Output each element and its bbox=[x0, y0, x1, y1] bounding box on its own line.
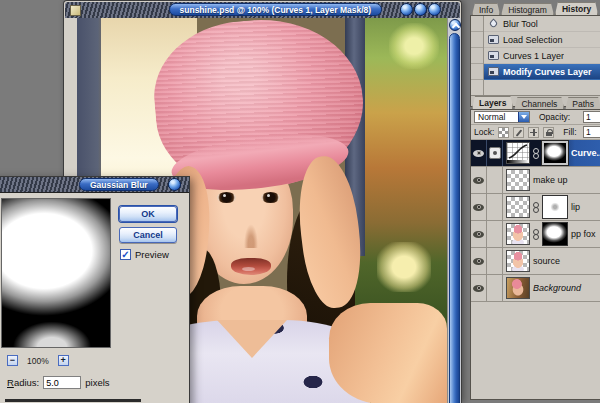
layer-thumbnail[interactable] bbox=[506, 223, 530, 245]
history-brush-source-cell[interactable] bbox=[471, 32, 483, 48]
link-icon bbox=[533, 229, 539, 240]
history-item[interactable]: Curves 1 Layer bbox=[484, 48, 600, 64]
background-thumbnail[interactable] bbox=[506, 277, 530, 299]
layer-thumbnail[interactable] bbox=[506, 196, 530, 218]
tab-history[interactable]: History bbox=[555, 2, 598, 15]
cancel-button[interactable]: Cancel bbox=[119, 227, 177, 243]
blend-mode-value: Normal bbox=[478, 112, 505, 122]
layer-link-cell[interactable] bbox=[487, 221, 503, 247]
dialog-close-icon[interactable] bbox=[168, 178, 181, 191]
maximize-button[interactable] bbox=[414, 3, 427, 16]
layer-mask-thumbnail[interactable] bbox=[542, 141, 568, 165]
history-item[interactable]: Blur Tool bbox=[484, 16, 600, 32]
layer-row[interactable]: Curve... bbox=[471, 140, 600, 167]
gradient-bar bbox=[507, 160, 529, 163]
radius-input[interactable]: 5.0 bbox=[43, 376, 81, 389]
layer-thumbnail[interactable] bbox=[506, 169, 530, 191]
eye-icon[interactable] bbox=[473, 150, 484, 157]
history-source-column bbox=[471, 16, 484, 95]
chevron-down-icon[interactable] bbox=[518, 112, 529, 122]
photo-light-spot bbox=[377, 242, 431, 292]
layer-row[interactable]: make up bbox=[471, 167, 600, 194]
layer-row[interactable]: source bbox=[471, 248, 600, 275]
tab-paths[interactable]: Paths bbox=[565, 97, 600, 109]
scroll-up-icon[interactable] bbox=[449, 19, 461, 31]
lock-icons bbox=[498, 127, 554, 138]
layer-link-cell[interactable] bbox=[487, 194, 503, 220]
preview-zoom-level: 100% bbox=[27, 356, 49, 366]
dialog-titlebar[interactable]: Gaussian Blur bbox=[0, 177, 189, 193]
preview-checkbox-row: ✓ Preview bbox=[120, 249, 169, 260]
photo-nose bbox=[244, 224, 258, 248]
lock-all-icon[interactable] bbox=[543, 127, 554, 138]
blend-mode-select[interactable]: Normal bbox=[474, 111, 530, 123]
photo-left-eye bbox=[217, 192, 236, 203]
scrollbar-thumb[interactable] bbox=[449, 33, 460, 403]
link-icon bbox=[533, 148, 539, 159]
history-state-icon bbox=[488, 67, 499, 76]
preview-zoom-controls: − 100% + bbox=[7, 355, 69, 366]
layer-name: source bbox=[533, 256, 560, 266]
eye-icon[interactable] bbox=[473, 177, 484, 184]
layer-link-cell[interactable] bbox=[487, 248, 503, 274]
lock-transparency-icon[interactable] bbox=[498, 127, 509, 138]
layer-row[interactable]: pp fox bbox=[471, 221, 600, 248]
layer-mask-thumbnail[interactable] bbox=[542, 195, 568, 219]
layer-visibility-cell[interactable] bbox=[471, 194, 487, 220]
blur-preview-box[interactable] bbox=[1, 198, 111, 348]
portrait-thumbnail-image bbox=[507, 224, 529, 244]
radius-label: Radius: bbox=[7, 377, 39, 388]
history-item[interactable]: Load Selection bbox=[484, 32, 600, 48]
history-brush-source-cell[interactable] bbox=[471, 48, 483, 64]
history-brush-source-cell[interactable] bbox=[471, 64, 483, 80]
tab-channels[interactable]: Channels bbox=[514, 97, 564, 109]
layer-mask-thumbnail[interactable] bbox=[542, 222, 568, 246]
layer-list: Curve...make uplippp foxsourceBackground bbox=[471, 140, 600, 302]
radius-slider[interactable] bbox=[5, 399, 141, 402]
layer-visibility-cell[interactable] bbox=[471, 221, 487, 247]
lock-image-icon[interactable] bbox=[513, 127, 524, 138]
layer-name: Background bbox=[533, 283, 581, 293]
layer-row-content: Background bbox=[503, 275, 600, 301]
layer-visibility-cell[interactable] bbox=[471, 140, 487, 166]
fill-label: Fill: bbox=[563, 127, 576, 137]
tab-histogram[interactable]: Histogram bbox=[501, 3, 554, 15]
layer-name: pp fox bbox=[571, 229, 596, 239]
ok-button[interactable]: OK bbox=[119, 206, 177, 222]
layer-link-cell[interactable] bbox=[487, 167, 503, 193]
vertical-scrollbar[interactable] bbox=[447, 18, 461, 403]
photo-mouth bbox=[231, 258, 271, 275]
layer-row[interactable]: lip bbox=[471, 194, 600, 221]
preview-checkbox[interactable]: ✓ bbox=[120, 249, 131, 260]
desktop: sunshine.psd @ 100% (Curves 1, Layer Mas… bbox=[0, 0, 600, 403]
document-icon bbox=[70, 5, 81, 16]
layer-link-cell[interactable] bbox=[487, 275, 503, 301]
document-titlebar[interactable]: sunshine.psd @ 100% (Curves 1, Layer Mas… bbox=[65, 2, 460, 18]
eye-icon[interactable] bbox=[473, 231, 484, 238]
opacity-field[interactable]: 1 bbox=[583, 111, 600, 123]
history-brush-source-cell[interactable] bbox=[471, 16, 483, 32]
layer-visibility-cell[interactable] bbox=[471, 167, 487, 193]
tab-layers[interactable]: Layers bbox=[472, 96, 513, 109]
layer-visibility-cell[interactable] bbox=[471, 248, 487, 274]
eye-icon[interactable] bbox=[473, 285, 484, 292]
curves-adjustment-thumbnail[interactable] bbox=[506, 142, 530, 164]
eye-icon[interactable] bbox=[473, 204, 484, 211]
history-item[interactable]: Modify Curves Layer bbox=[484, 64, 600, 80]
zoom-out-icon[interactable]: − bbox=[7, 355, 18, 366]
fill-field[interactable]: 1 bbox=[583, 126, 600, 138]
layer-thumbnail[interactable] bbox=[506, 250, 530, 272]
tab-info[interactable]: Info bbox=[472, 3, 500, 15]
lock-position-icon[interactable] bbox=[528, 127, 539, 138]
mask-editing-icon bbox=[489, 147, 501, 159]
zoom-in-icon[interactable]: + bbox=[58, 355, 69, 366]
layer-link-cell[interactable] bbox=[487, 140, 503, 166]
minimize-button[interactable] bbox=[400, 3, 413, 16]
layer-row[interactable]: Background bbox=[471, 275, 600, 302]
close-button[interactable] bbox=[428, 3, 441, 16]
blur-tool-icon bbox=[489, 19, 499, 29]
eye-icon[interactable] bbox=[473, 258, 484, 265]
layers-palette-tabs: LayersChannelsPathsActions bbox=[470, 96, 600, 109]
layer-visibility-cell[interactable] bbox=[471, 275, 487, 301]
gaussian-blur-dialog: Gaussian Blur OK Cancel ✓ Preview − 100%… bbox=[0, 176, 190, 403]
